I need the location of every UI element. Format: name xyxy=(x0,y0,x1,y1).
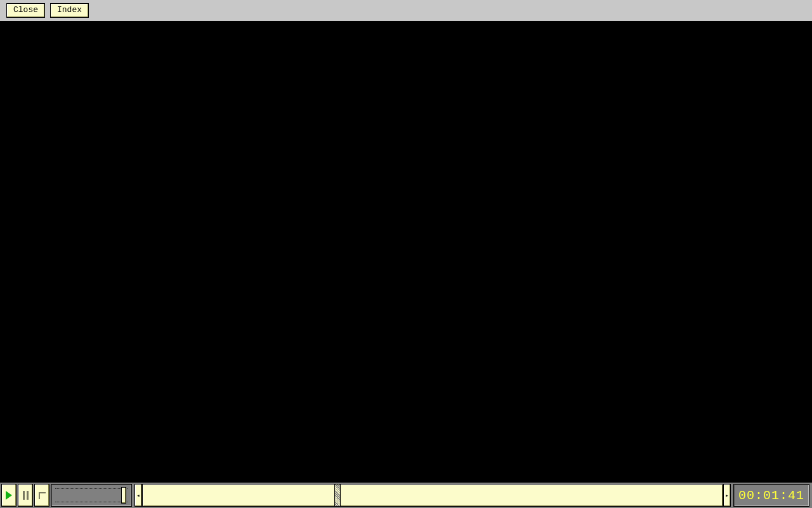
volume-slider[interactable] xyxy=(51,484,132,507)
play-icon xyxy=(6,491,12,500)
transport-cluster xyxy=(1,484,132,507)
volume-thumb[interactable] xyxy=(121,487,126,504)
play-button[interactable] xyxy=(1,484,16,507)
volume-track xyxy=(55,488,128,502)
seek-thumb[interactable] xyxy=(334,485,341,506)
seek-back-button[interactable]: ◂ xyxy=(134,484,142,507)
pause-icon xyxy=(23,491,29,500)
player-controls: ◂ ▸ 00:01:41 xyxy=(0,483,812,508)
seek-bar: ◂ ▸ xyxy=(134,484,731,507)
close-button[interactable]: Close xyxy=(6,3,45,18)
stop-icon xyxy=(39,492,46,499)
seek-forward-button[interactable]: ▸ xyxy=(723,484,731,507)
pause-button[interactable] xyxy=(18,484,33,507)
video-stage xyxy=(0,21,812,483)
stop-button[interactable] xyxy=(34,484,49,507)
top-toolbar: Close Index xyxy=(0,0,812,21)
seek-track[interactable] xyxy=(142,484,723,507)
index-button[interactable]: Index xyxy=(50,3,89,18)
timecode-display: 00:01:41 xyxy=(733,484,809,507)
